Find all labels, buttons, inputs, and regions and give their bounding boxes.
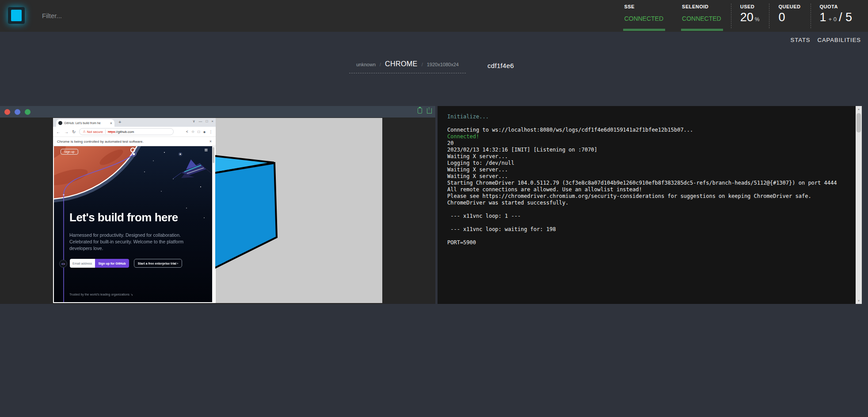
status-stats: SSE CONNECTED SELENOID CONNECTED USED 20… — [615, 0, 862, 32]
new-tab-button[interactable]: + — [118, 119, 121, 125]
close-dot-icon — [4, 109, 10, 115]
quota-total: / 5 — [839, 11, 852, 24]
github-hero-heading: Let's build from here — [69, 211, 178, 224]
log-line: PORT=5900 — [447, 239, 851, 246]
upload-icon[interactable]: ↑ — [427, 108, 432, 114]
log-line — [447, 220, 851, 226]
session-browser: CHROME — [385, 60, 418, 68]
log-line: --- x11vnc loop: waiting for: 198 — [447, 226, 851, 233]
scroll-down-icon[interactable]: ▼ — [856, 299, 862, 302]
selenoid-label: SELENOID — [682, 4, 721, 9]
log-scrollbar-thumb[interactable] — [857, 113, 861, 133]
github-signup-button[interactable]: Sign up for GitHub — [95, 259, 129, 268]
sse-status-underline — [623, 29, 665, 31]
tab-title: GitHub: Let's build from he — [64, 121, 108, 125]
github-hero-subtext: Harnessed for productivity. Designed for… — [69, 232, 198, 252]
separator: / — [422, 62, 423, 67]
log-line: ChromeDriver was started successfully. — [447, 200, 851, 206]
code-icon: <> — [59, 260, 67, 268]
used-value: 20 — [740, 11, 754, 24]
used-label: USED — [740, 4, 760, 9]
session-id-link[interactable]: cdf1f4e6 — [487, 62, 514, 69]
app-logo[interactable] — [8, 7, 25, 24]
scroll-up-icon[interactable]: ▲ — [856, 108, 862, 110]
kebab-menu-icon[interactable]: ⋮ — [209, 129, 213, 134]
log-line: Connecting to ws://localhost:8080/ws/log… — [447, 127, 851, 133]
url-text: ://github.com — [115, 130, 134, 134]
session-version: unknown — [356, 62, 376, 67]
sse-status: CONNECTED — [624, 15, 663, 22]
hamburger-menu-icon[interactable]: ≡ — [204, 147, 208, 153]
log-line: 20 — [447, 140, 851, 147]
browser-scrollbar[interactable] — [212, 146, 215, 302]
reload-icon[interactable]: ↻ — [72, 129, 76, 134]
stat-selenoid: SELENOID CONNECTED — [673, 0, 731, 32]
log-line: Starting ChromeDriver 104.0.5112.79 (3cf… — [447, 180, 851, 186]
log-line — [447, 206, 851, 213]
github-page: Sign up ≡ Let's build from here Harnesse… — [54, 146, 212, 302]
log-line: 2023/02/13 14:32:16 [INIT] [Listening on… — [447, 147, 851, 153]
divider — [105, 129, 106, 134]
selenoid-status: CONNECTED — [682, 15, 721, 22]
session-row[interactable]: unknown / CHROME / 1920x1080x24 — [349, 60, 466, 73]
browser-tab[interactable]: GitHub: Let's build from he × — [56, 119, 114, 127]
stat-sse: SSE CONNECTED — [615, 0, 673, 32]
forward-icon[interactable]: → — [64, 129, 69, 134]
log-line: Initialize... — [447, 114, 851, 120]
fullscreen-dot-icon — [25, 109, 30, 115]
infobar-text: Chrome is being controlled by automated … — [57, 140, 144, 144]
stat-quota: QUOTA 1 + 0 / 5 — [811, 0, 862, 32]
address-bar[interactable]: ⚠ Not secure https ://github.com — [79, 128, 174, 135]
close-button[interactable]: × — [211, 119, 213, 123]
maximize-button[interactable]: □ — [206, 119, 208, 123]
quota-pending: + 0 — [829, 16, 837, 23]
github-signup-header-button[interactable]: Sign up — [61, 149, 78, 155]
url-scheme: https — [108, 130, 115, 134]
back-icon[interactable]: ← — [56, 129, 61, 134]
browser-tabstrip: GitHub: Let's build from he × + ∨ — □ × — [53, 118, 216, 127]
github-favicon-icon — [58, 121, 62, 125]
logo-icon — [11, 10, 22, 21]
tab-switcher-icon[interactable]: □ — [198, 129, 200, 134]
log-scrollbar[interactable]: ▲ ▼ — [856, 106, 862, 304]
queued-label: QUEUED — [778, 4, 800, 9]
not-secure-label: Not secure — [87, 130, 103, 134]
browser-scrollbar-thumb[interactable] — [213, 147, 214, 163]
log-line — [447, 233, 851, 239]
filter-input[interactable] — [42, 9, 228, 22]
vnc-remote-screen[interactable]: GitHub: Let's build from he × + ∨ — □ × … — [53, 118, 382, 303]
log-line: All remote connections are allowed. Use … — [447, 186, 851, 193]
log-line: Please see https://chromedriver.chromium… — [447, 193, 851, 200]
vnc-titlebar: ↑ — [0, 106, 435, 118]
minimize-button[interactable]: — — [198, 119, 202, 123]
chevron-down-icon[interactable]: ∨ — [193, 119, 195, 123]
quota-label: QUOTA — [820, 4, 853, 9]
log-line: Logging to: /dev/null — [447, 160, 851, 167]
queued-value: 0 — [778, 11, 785, 24]
log-lines: Initialize... Connecting to ws://localho… — [447, 114, 851, 246]
stat-queued: QUEUED 0 — [769, 0, 810, 32]
infobar-close-icon[interactable]: × — [209, 139, 212, 144]
log-line: Connected! — [447, 133, 851, 140]
sse-label: SSE — [624, 4, 663, 9]
github-octocat-logo-icon[interactable] — [130, 148, 135, 152]
log-line: Waiting X server... — [447, 173, 851, 180]
github-trial-button[interactable]: Start a free enterprise trial › — [134, 259, 182, 268]
github-email-input[interactable] — [70, 259, 95, 268]
session-log-panel: Initialize... Connecting to ws://localho… — [438, 106, 862, 304]
browser-toolbar: ← → ↻ ⚠ Not secure https ://github.com <… — [53, 127, 216, 137]
tab-close-icon[interactable]: × — [110, 121, 112, 125]
share-icon[interactable]: < — [186, 129, 188, 134]
session-screen: 1920x1080x24 — [427, 62, 459, 67]
clipboard-icon[interactable] — [418, 108, 422, 114]
used-unit: % — [755, 16, 760, 23]
tab-stats[interactable]: STATS — [791, 37, 811, 43]
avatar-icon[interactable]: ● — [203, 129, 206, 134]
selenoid-status-underline — [681, 29, 723, 31]
star-icon[interactable]: ☆ — [191, 129, 195, 134]
tab-capabilities[interactable]: CAPABILITIES — [818, 37, 861, 43]
quota-value: 1 — [820, 11, 826, 24]
stat-used: USED 20% — [731, 0, 769, 32]
github-footer-note: Trusted by the world's leading organizat… — [69, 293, 133, 296]
minimize-dot-icon — [15, 109, 20, 115]
